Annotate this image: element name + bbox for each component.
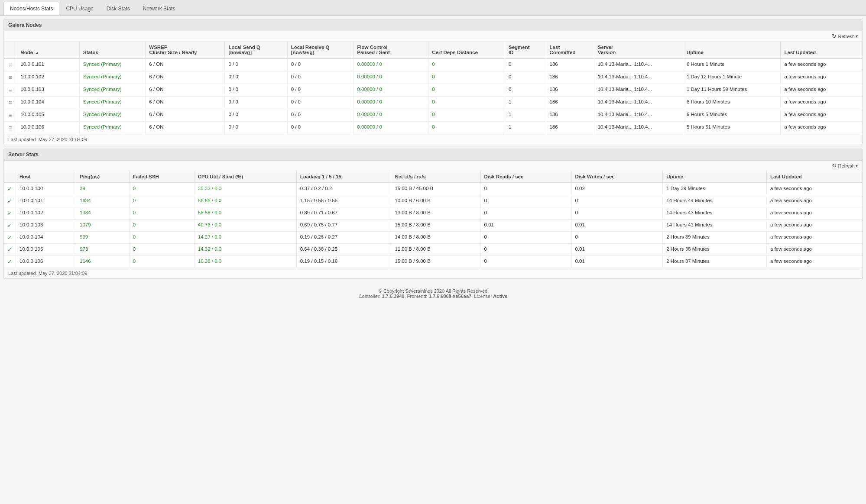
galera-col-uptime: Uptime — [683, 42, 781, 58]
row-dreads: 0 — [480, 195, 571, 207]
row-menu[interactable]: ≡ — [4, 71, 17, 84]
galera-table: Node ▲ Status WSREPCluster Size / Ready … — [4, 42, 862, 134]
row-uptime: 1 Day 12 Hours 1 Minute — [683, 71, 781, 84]
table-row: ≡ 10.0.0.103 Synced (Primary) 6 / ON 0 /… — [4, 84, 862, 97]
tab-nodes-hosts-stats[interactable]: Nodes/Hosts Stats — [3, 2, 59, 15]
row-menu[interactable]: ≡ — [4, 122, 17, 134]
row-lastcommit: 186 — [546, 84, 594, 97]
footer-frontend-label: , Frontend: — [404, 294, 428, 299]
row-lastcommit: 186 — [546, 122, 594, 134]
galera-last-updated: Last updated. May 27, 2020 21:04:09 — [4, 134, 862, 145]
row-menu[interactable]: ≡ — [4, 97, 17, 109]
row-server: 10.4.13-Maria... 1:10.4... — [594, 58, 683, 71]
row-lastupdated: a few seconds ago — [781, 84, 862, 97]
row-menu[interactable]: ≡ — [4, 84, 17, 97]
row-server: 10.4.13-Maria... 1:10.4... — [594, 109, 683, 122]
row-lastupdated: a few seconds ago — [767, 220, 862, 232]
tab-cpu-usage[interactable]: CPU Usage — [59, 2, 100, 15]
row-seg: 1 — [505, 122, 546, 134]
row-status: Synced (Primary) — [79, 97, 146, 109]
server-col-ping: Ping(us) — [76, 171, 129, 183]
server-col-host: Host — [16, 171, 76, 183]
row-loadavg: 0.69 / 0.75 / 0.77 — [296, 220, 391, 232]
footer-frontend-version: 1.7.6.6868-#e56aa7 — [429, 294, 471, 299]
row-wsrep: 6 / ON — [146, 97, 225, 109]
row-node: 10.0.0.103 — [17, 84, 79, 97]
footer-controller-label: Controller: — [359, 294, 382, 299]
row-uptime: 1 Day 11 Hours 59 Minutes — [683, 84, 781, 97]
row-node: 10.0.0.101 — [17, 58, 79, 71]
row-cpu: 56.58 / 0.0 — [194, 207, 296, 220]
row-node: 10.0.0.106 — [17, 122, 79, 134]
row-cpu: 35.32 / 0.0 — [194, 183, 296, 195]
footer-license-status: Active — [493, 294, 507, 299]
row-localq: 0 / 0 — [225, 109, 287, 122]
row-host: 10.0.0.102 — [16, 207, 76, 220]
row-ping: 973 — [76, 244, 129, 256]
server-refresh-button[interactable]: Refresh — [832, 162, 855, 169]
footer-license-label: , License: — [471, 294, 493, 299]
table-row: ✓ 10.0.0.106 1146 0 10.38 / 0.0 0.19 / 0… — [4, 256, 862, 268]
row-loadavg: 0.37 / 0.2 / 0.2 — [296, 183, 391, 195]
row-uptime: 6 Hours 5 Minutes — [683, 109, 781, 122]
galera-refresh-button[interactable]: Refresh — [832, 33, 855, 39]
row-ssh: 0 — [129, 183, 194, 195]
server-refresh-dropdown[interactable]: ▾ — [855, 162, 859, 169]
row-lastupdated: a few seconds ago — [781, 109, 862, 122]
row-loadavg: 0.19 / 0.26 / 0.27 — [296, 232, 391, 244]
row-dwrites: 0.02 — [571, 183, 663, 195]
row-dwrites: 0.01 — [571, 220, 663, 232]
row-wsrep: 6 / ON — [146, 109, 225, 122]
row-flow: 0.00000 / 0 — [354, 71, 428, 84]
row-localq: 0 / 0 — [225, 71, 287, 84]
row-menu[interactable]: ≡ — [4, 109, 17, 122]
row-net: 13.00 B / 8.00 B — [391, 207, 480, 220]
server-refresh-label: Refresh — [838, 163, 855, 168]
row-localq: 0 / 0 — [225, 84, 287, 97]
row-wsrep: 6 / ON — [146, 71, 225, 84]
row-lastupdated: a few seconds ago — [767, 195, 862, 207]
row-dwrites: 0 — [571, 232, 663, 244]
row-cpu: 40.76 / 0.0 — [194, 220, 296, 232]
galera-section: Galera Nodes Refresh ▾ Node ▲ Status WSR… — [3, 19, 863, 145]
server-col-cpu: CPU Util / Steal (%) — [194, 171, 296, 183]
row-cpu: 14.27 / 0.0 — [194, 232, 296, 244]
row-ping: 1079 — [76, 220, 129, 232]
row-loadavg: 0.19 / 0.15 / 0.16 — [296, 256, 391, 268]
row-seg: 1 — [505, 109, 546, 122]
row-net: 10.00 B / 6.00 B — [391, 195, 480, 207]
server-col-uptime: Uptime — [663, 171, 767, 183]
row-lastcommit: 186 — [546, 71, 594, 84]
row-host: 10.0.0.103 — [16, 220, 76, 232]
row-check: ✓ — [4, 195, 16, 207]
table-row: ✓ 10.0.0.103 1079 0 40.76 / 0.0 0.69 / 0… — [4, 220, 862, 232]
row-menu[interactable]: ≡ — [4, 58, 17, 71]
row-host: 10.0.0.104 — [16, 232, 76, 244]
row-check: ✓ — [4, 207, 16, 220]
table-row: ≡ 10.0.0.102 Synced (Primary) 6 / ON 0 /… — [4, 71, 862, 84]
row-dreads: 0 — [480, 207, 571, 220]
row-flow: 0.00000 / 0 — [354, 97, 428, 109]
galera-col-menu — [4, 42, 17, 58]
tab-network-stats[interactable]: Network Stats — [136, 2, 182, 15]
tab-disk-stats[interactable]: Disk Stats — [100, 2, 136, 15]
server-col-dwrites: Disk Writes / sec — [571, 171, 663, 183]
row-lastcommit: 186 — [546, 97, 594, 109]
row-ping: 1146 — [76, 256, 129, 268]
row-node: 10.0.0.104 — [17, 97, 79, 109]
row-localq: 0 / 0 — [225, 122, 287, 134]
row-lastupdated: a few seconds ago — [781, 122, 862, 134]
row-ssh: 0 — [129, 256, 194, 268]
row-localq: 0 / 0 — [225, 97, 287, 109]
row-check: ✓ — [4, 232, 16, 244]
galera-col-localq: Local Send Q[now/avg] — [225, 42, 287, 58]
table-row: ✓ 10.0.0.105 973 0 14.32 / 0.0 0.64 / 0.… — [4, 244, 862, 256]
row-net: 15.00 B / 45.00 B — [391, 183, 480, 195]
row-check: ✓ — [4, 244, 16, 256]
row-lastupdated: a few seconds ago — [781, 71, 862, 84]
galera-section-title: Galera Nodes — [4, 19, 862, 31]
row-localrecv: 0 / 0 — [287, 109, 354, 122]
galera-refresh-dropdown[interactable]: ▾ — [855, 33, 859, 39]
row-seg: 1 — [505, 97, 546, 109]
row-dwrites: 0.01 — [571, 256, 663, 268]
